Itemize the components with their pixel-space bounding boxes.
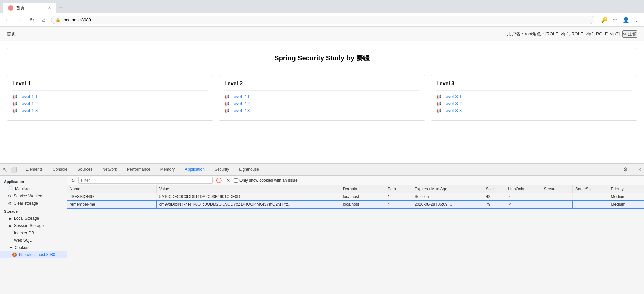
devtools-device-icon[interactable]: ⬜ (10, 166, 17, 173)
cookie-sub-icon: 🍪 (12, 252, 17, 257)
level-3-title: Level 3 (436, 81, 632, 91)
local-storage-label: Local Storage (14, 216, 39, 221)
tab-memory[interactable]: Memory (156, 165, 179, 174)
megaphone-icon-3-3: 📢 (436, 108, 441, 113)
level-2-title: Level 2 (224, 81, 420, 91)
megaphone-icon-3-2: 📢 (436, 101, 441, 106)
row2-priority: Medium (608, 201, 644, 209)
profile-button[interactable]: 👤 (621, 15, 631, 25)
col-path: Path (385, 185, 412, 193)
cookie-table: Name Value Domain Path Expires / Max-Age… (67, 185, 644, 209)
nav-bar: ← → ↻ ⌂ 🔒 localhost:8080 🔑 ☆ 👤 ⋮ (0, 13, 644, 27)
tab-favicon (8, 5, 13, 11)
level-1-1-link[interactable]: 📢Level-1-1 (12, 94, 208, 99)
devtools-cursor-icon[interactable]: ↖ (3, 166, 8, 173)
lock-icon: 🔒 (55, 17, 61, 22)
tab-close-button[interactable]: × (48, 5, 51, 11)
row1-httponly: ✓ (505, 193, 541, 201)
expand-cookies-icon: ▼ (8, 246, 13, 250)
cookie-filter-input[interactable] (78, 177, 213, 184)
table-row[interactable]: remember-me cm9vdDoxNTk4NTk0OTc0ODM2OjUy… (67, 201, 644, 209)
level-1-2-link[interactable]: 📢Level-1-2 (12, 101, 208, 106)
tab-title: 首页 (16, 5, 25, 11)
forward-button[interactable]: → (15, 15, 24, 25)
row2-expires: 2020-08-28T06:09:... (412, 201, 483, 209)
delete-selected-button[interactable]: ✕ (225, 177, 232, 184)
reload-button[interactable]: ↻ (27, 15, 36, 25)
row1-path: / (385, 193, 412, 201)
table-row[interactable]: JSESSIONID 5A10CDFC0C0DD911DA2C03B4901CD… (67, 193, 644, 201)
col-samesite: SameSite (572, 185, 608, 193)
bookmark-button[interactable]: ☆ (610, 15, 620, 25)
level-card-1: Level 1 📢Level-1-1 📢Level-1-2 📢Level-1-3 (7, 75, 213, 121)
tab-network[interactable]: Network (98, 165, 122, 174)
logout-button[interactable]: ↪ 注销 (622, 30, 637, 38)
tab-security[interactable]: Security (210, 165, 234, 174)
clear-filter-button[interactable]: 🚫 (215, 177, 223, 184)
sidebar-item-clear-storage[interactable]: ⚙ Clear storage (0, 200, 67, 207)
megaphone-icon-1-2: 📢 (12, 101, 17, 106)
col-name: Name (67, 185, 156, 193)
level-3-3-link[interactable]: 📢Level-3-3 (436, 108, 632, 113)
tab-console[interactable]: Console (48, 165, 72, 174)
level-3-2-link[interactable]: 📢Level-3-2 (436, 101, 632, 106)
session-storage-label: Session Storage (14, 223, 44, 228)
service-workers-icon: ⚙ (8, 194, 12, 198)
level-card-2: Level 2 📢Level-2-1 📢Level-2-2 📢Level-2-3 (219, 75, 425, 121)
tab-elements[interactable]: Elements (21, 165, 47, 174)
only-issues-checkbox[interactable] (234, 178, 238, 183)
page-title-box: Spring Security Study by 秦疆 (7, 48, 637, 68)
level-2-1-link[interactable]: 📢Level-2-1 (224, 94, 420, 99)
main-content: Spring Security Study by 秦疆 Level 1 📢Lev… (0, 41, 644, 127)
tab-lighthouse[interactable]: Lighthouse (234, 165, 264, 174)
col-expires: Expires / Max-Age (412, 185, 483, 193)
tab-performance[interactable]: Performance (122, 165, 155, 174)
sidebar-item-web-sql[interactable]: Web SQL (0, 237, 67, 244)
user-info: 用户名：root角色：[ROLE_vip1, ROLE_vip2, ROLE_v… (507, 30, 637, 38)
level-2-3-link[interactable]: 📢Level-2-3 (224, 108, 420, 113)
level-2-2-link[interactable]: 📢Level-2-2 (224, 101, 420, 106)
devtools-actions: ⚙ ⋮ × (623, 166, 641, 173)
sidebar-item-session-storage[interactable]: ▶ Session Storage (0, 222, 67, 229)
tab-sources[interactable]: Sources (73, 165, 97, 174)
sidebar-item-cookies[interactable]: ▼ Cookies (0, 244, 67, 251)
devtools-more-button[interactable]: ⋮ (630, 166, 636, 173)
key-icon[interactable]: 🔑 (600, 15, 609, 25)
new-tab-button[interactable]: + (56, 3, 66, 13)
refresh-cookies-button[interactable]: ↻ (70, 177, 76, 184)
col-httponly: HttpOnly (505, 185, 541, 193)
home-nav-link[interactable]: 首页 (7, 31, 16, 37)
address-bar[interactable]: 🔒 localhost:8080 (51, 16, 594, 24)
devtools-body: Application 📄 Manifest ⚙ Service Workers… (0, 176, 644, 294)
col-size: Size (483, 185, 505, 193)
level-1-3-link[interactable]: 📢Level-1-3 (12, 108, 208, 113)
sidebar-item-service-workers[interactable]: ⚙ Service Workers (0, 192, 67, 200)
cookie-toolbar: ↻ 🚫 ✕ Only show cookies with an issue (67, 176, 644, 185)
sidebar-item-local-storage[interactable]: ▶ Local Storage (0, 215, 67, 222)
menu-button[interactable]: ⋮ (632, 15, 641, 25)
devtools-sidebar: Application 📄 Manifest ⚙ Service Workers… (0, 176, 67, 294)
row1-size: 42 (483, 193, 505, 201)
tab-bar: 首页 × + (3, 0, 66, 13)
logout-text: 注销 (628, 31, 637, 37)
col-value: Value (156, 185, 340, 193)
sidebar-item-cookies-localhost[interactable]: 🍪 http://localhost:8080 (0, 251, 67, 258)
row2-secure (541, 201, 572, 209)
clear-storage-label: Clear storage (14, 201, 38, 206)
active-tab[interactable]: 首页 × (3, 3, 56, 13)
only-issues-text: Only show cookies with an issue (239, 178, 298, 183)
devtools-close-button[interactable]: × (638, 166, 641, 173)
page-title: Spring Security Study by 秦疆 (274, 54, 369, 62)
only-issues-label[interactable]: Only show cookies with an issue (234, 178, 298, 183)
cookie-table-body: JSESSIONID 5A10CDFC0C0DD911DA2C03B4901CD… (67, 193, 644, 209)
clear-storage-icon: ⚙ (8, 201, 12, 206)
devtools-main-panel: ↻ 🚫 ✕ Only show cookies with an issue Na… (67, 176, 644, 294)
sidebar-item-manifest[interactable]: 📄 Manifest (0, 185, 67, 192)
row1-value: 5A10CDFC0C0DD911DA2C03B4901CDE0D (156, 193, 340, 201)
home-button[interactable]: ⌂ (39, 15, 48, 25)
tab-application[interactable]: Application (180, 165, 209, 174)
level-3-1-link[interactable]: 📢Level-3-1 (436, 94, 632, 99)
back-button[interactable]: ← (3, 15, 12, 25)
sidebar-item-indexeddb[interactable]: IndexedDB (0, 229, 67, 237)
devtools-settings-button[interactable]: ⚙ (623, 166, 628, 173)
